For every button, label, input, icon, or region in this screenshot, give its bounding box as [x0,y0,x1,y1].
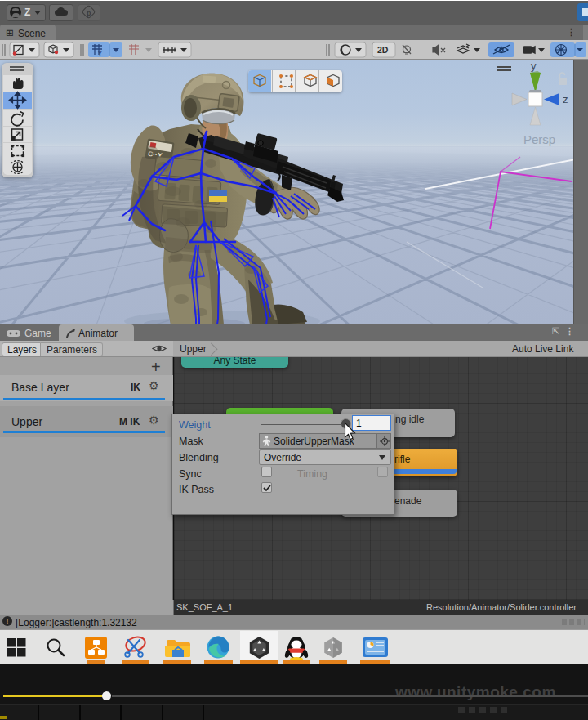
svg-text:z: z [563,93,568,105]
svg-text:2D: 2D [377,45,389,55]
svg-text:y: y [531,60,537,72]
svg-text:Y: Y [98,51,102,56]
